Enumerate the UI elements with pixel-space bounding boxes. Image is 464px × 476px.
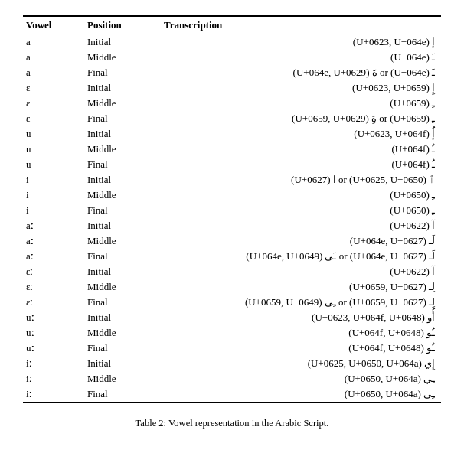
cell-position: Initial: [84, 218, 161, 233]
cell-position: Initial: [84, 310, 161, 325]
cell-position: Middle: [84, 142, 161, 157]
table-row: uFinalـُ (U+064f): [23, 157, 441, 172]
table-row: uːInitialأُو (U+0623, U+064f, U+0648): [23, 310, 441, 325]
cell-position: Initial: [84, 126, 161, 142]
cell-position: Middle: [84, 187, 161, 203]
cell-transcription: إُ (U+0623, U+064f): [161, 126, 441, 142]
cell-position: Final: [84, 203, 161, 218]
cell-transcription: إِ (U+0623, U+0659): [161, 80, 441, 96]
cell-position: Initial: [84, 80, 161, 96]
table-row: εMiddleـِ (U+0659): [23, 96, 441, 111]
cell-position: Initial: [84, 34, 161, 51]
table-row: uInitialإُ (U+0623, U+064f): [23, 126, 441, 142]
table-row: uMiddleـُ (U+064f): [23, 142, 441, 157]
cell-vowel: uː: [23, 325, 84, 341]
cell-position: Final: [84, 295, 161, 310]
cell-vowel: uː: [23, 341, 84, 356]
cell-position: Middle: [84, 96, 161, 111]
cell-position: Final: [84, 65, 161, 80]
cell-transcription: آ (U+0622): [161, 264, 441, 279]
cell-transcription: لَـ (U+064e, U+0627) or ـَى (U+064e, U+0…: [161, 249, 441, 264]
cell-position: Final: [84, 157, 161, 172]
cell-vowel: u: [23, 157, 84, 172]
cell-vowel: εː: [23, 264, 84, 279]
cell-position: Initial: [84, 356, 161, 371]
cell-vowel: iː: [23, 371, 84, 386]
table-row: aːMiddleلَـ (U+064e, U+0627): [23, 233, 441, 249]
cell-transcription: لِـ (U+0659, U+0627) or ـِى (U+0659, U+0…: [161, 295, 441, 310]
table-row: uːMiddleـُو (U+064f, U+0648): [23, 325, 441, 341]
cell-position: Final: [84, 111, 161, 126]
cell-position: Middle: [84, 233, 161, 249]
cell-position: Middle: [84, 325, 161, 341]
cell-transcription: ـَ (U+064e): [161, 50, 441, 65]
cell-position: Middle: [84, 279, 161, 295]
cell-vowel: uː: [23, 310, 84, 325]
cell-position: Initial: [84, 264, 161, 279]
cell-vowel: εː: [23, 295, 84, 310]
cell-transcription: ـُو (U+064f, U+0648): [161, 325, 441, 341]
table-row: aFinalـَ (U+064e) or ةَ (U+064e, U+0629): [23, 65, 441, 80]
table-row: εInitialإِ (U+0623, U+0659): [23, 80, 441, 96]
cell-vowel: aː: [23, 233, 84, 249]
cell-vowel: a: [23, 65, 84, 80]
table-row: iːFinalـِي (U+0650, U+064a): [23, 386, 441, 403]
cell-vowel: i: [23, 187, 84, 203]
cell-vowel: ε: [23, 80, 84, 96]
cell-vowel: i: [23, 203, 84, 218]
cell-transcription: ـُو (U+064f, U+0648): [161, 341, 441, 356]
header-transcription: Transcription: [161, 16, 441, 34]
header-vowel: Vowel: [23, 16, 84, 34]
table-row: iInitialٱ (U+0625, U+0650) or ا (U+0627): [23, 172, 441, 187]
cell-position: Final: [84, 341, 161, 356]
vowel-table: Vowel Position Transcription aInitialإ (…: [23, 15, 441, 403]
cell-transcription: ـُ (U+064f): [161, 142, 441, 157]
cell-transcription: ـِ (U+0650): [161, 203, 441, 218]
table-row: εFinalـِ (U+0659) or ةِ (U+0659, U+0629): [23, 111, 441, 126]
cell-position: Middle: [84, 371, 161, 386]
cell-vowel: ε: [23, 111, 84, 126]
cell-transcription: آ (U+0622): [161, 218, 441, 233]
cell-vowel: ε: [23, 96, 84, 111]
cell-vowel: a: [23, 50, 84, 65]
cell-transcription: ـِ (U+0650): [161, 187, 441, 203]
caption-text: Table 2: Vowel representation in the Ara…: [136, 418, 329, 429]
cell-vowel: εː: [23, 279, 84, 295]
table-row: iMiddleـِ (U+0650): [23, 187, 441, 203]
cell-vowel: u: [23, 142, 84, 157]
cell-transcription: ـَ (U+064e) or ةَ (U+064e, U+0629): [161, 65, 441, 80]
table-row: uːFinalـُو (U+064f, U+0648): [23, 341, 441, 356]
table-row: aːInitialآ (U+0622): [23, 218, 441, 233]
cell-position: Initial: [84, 172, 161, 187]
cell-vowel: iː: [23, 386, 84, 403]
table-row: εːMiddleلِـ (U+0659, U+0627): [23, 279, 441, 295]
table-row: aInitialإ (U+0623, U+064e): [23, 34, 441, 51]
cell-transcription: إ (U+0623, U+064e): [161, 34, 441, 51]
cell-position: Middle: [84, 50, 161, 65]
cell-vowel: u: [23, 126, 84, 142]
table-row: εːInitialآ (U+0622): [23, 264, 441, 279]
cell-transcription: لِـ (U+0659, U+0627): [161, 279, 441, 295]
cell-vowel: a: [23, 34, 84, 51]
cell-vowel: i: [23, 172, 84, 187]
cell-position: Final: [84, 386, 161, 403]
cell-transcription: لَـ (U+064e, U+0627): [161, 233, 441, 249]
table-header-row: Vowel Position Transcription: [23, 16, 441, 34]
cell-transcription: ـِي (U+0650, U+064a): [161, 371, 441, 386]
table-row: εːFinalلِـ (U+0659, U+0627) or ـِى (U+06…: [23, 295, 441, 310]
cell-transcription: ـِي (U+0650, U+064a): [161, 386, 441, 403]
table-row: iFinalـِ (U+0650): [23, 203, 441, 218]
cell-position: Final: [84, 249, 161, 264]
cell-vowel: iː: [23, 356, 84, 371]
cell-transcription: أُو (U+0623, U+064f, U+0648): [161, 310, 441, 325]
cell-transcription: إِي (U+0625, U+0650, U+064a): [161, 356, 441, 371]
table-caption: Table 2: Vowel representation in the Ara…: [23, 416, 441, 431]
cell-vowel: aː: [23, 218, 84, 233]
cell-transcription: ـِ (U+0659): [161, 96, 441, 111]
table-row: iːMiddleـِي (U+0650, U+064a): [23, 371, 441, 386]
table-row: aːFinalلَـ (U+064e, U+0627) or ـَى (U+06…: [23, 249, 441, 264]
cell-transcription: ـِ (U+0659) or ةِ (U+0659, U+0629): [161, 111, 441, 126]
header-position: Position: [84, 16, 161, 34]
cell-vowel: aː: [23, 249, 84, 264]
table-row: aMiddleـَ (U+064e): [23, 50, 441, 65]
